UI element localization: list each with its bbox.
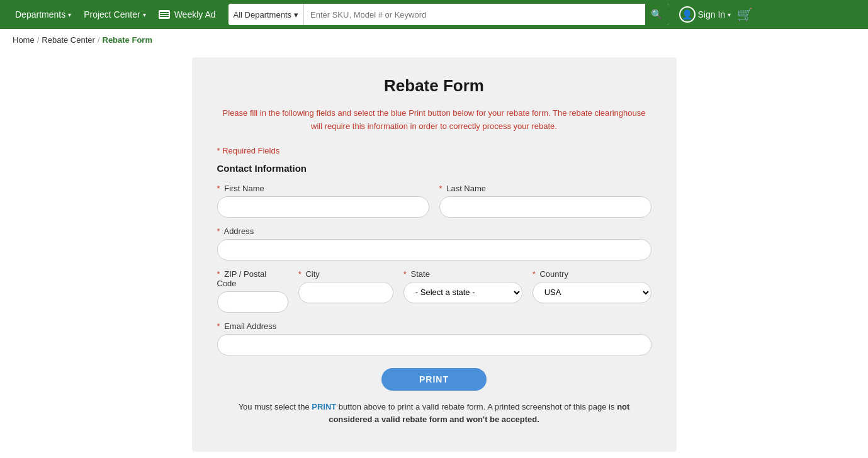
search-input[interactable] [304,4,645,25]
search-dept-label: All Departments [234,10,291,20]
required-asterisk: * Required Fields [217,146,280,155]
zip-group: * ZIP / Postal Code [217,269,288,313]
search-dept-chevron-icon: ▾ [294,10,298,20]
departments-chevron-icon: ▾ [68,11,71,18]
address-input[interactable] [217,239,651,260]
country-group: * Country USA Canada Mexico [533,269,651,313]
header: Departments ▾ Project Center ▾ Weekly Ad… [0,0,868,29]
project-center-nav[interactable]: Project Center ▾ [79,9,150,20]
zip-label: * ZIP / Postal Code [217,269,288,288]
weekly-ad-icon [159,10,170,19]
email-group: * Email Address [217,321,651,355]
email-label: * Email Address [217,321,651,331]
last-name-input[interactable] [439,196,651,218]
sign-in-button[interactable]: Sign In ▾ [698,9,731,20]
form-instructions: Please fill in the following fields and … [217,107,651,133]
form-title: Rebate Form [217,76,651,96]
print-note-not-valid: not considered a valid rebate form and w… [329,402,629,425]
email-input[interactable] [217,334,651,355]
breadcrumb-rebate-center[interactable]: Rebate Center [42,35,95,45]
search-button[interactable]: 🔍 [645,4,669,25]
name-row: * First Name * Last Name [217,184,651,218]
sign-in-chevron-icon: ▾ [728,11,731,18]
city-group: * City [298,269,393,313]
user-icon: 👤 [679,6,696,23]
city-label: * City [298,269,393,279]
header-right: 👤 Sign In ▾ 🛒 [679,6,753,23]
print-note: You must select the PRINT button above t… [217,401,651,427]
project-center-chevron-icon: ▾ [143,11,146,18]
zip-input[interactable] [217,291,288,313]
breadcrumb: Home / Rebate Center / Rebate Form [0,29,868,51]
required-note: * Required Fields [217,146,651,155]
address-group: * Address [217,226,651,260]
form-container: Rebate Form Please fill in the following… [192,57,677,452]
last-name-group: * Last Name [439,184,651,218]
country-label: * Country [533,269,651,279]
first-name-group: * First Name [217,184,429,218]
state-group: * State - Select a state - Alabama Alask… [403,269,522,313]
city-input[interactable] [298,282,393,303]
address-row: * Address [217,226,651,260]
search-icon: 🔍 [651,9,663,20]
first-name-label: * First Name [217,184,429,193]
first-name-input[interactable] [217,196,429,218]
cart-icon[interactable]: 🛒 [737,7,753,22]
location-row: * ZIP / Postal Code * City * State - Sel… [217,269,651,313]
state-label: * State [403,269,522,279]
country-select[interactable]: USA Canada Mexico [533,282,651,303]
search-department-dropdown[interactable]: All Departments ▾ [228,4,304,25]
last-name-label: * Last Name [439,184,651,193]
weekly-ad-label: Weekly Ad [174,9,216,20]
section-title: Contact Information [217,163,651,174]
search-bar: All Departments ▾ 🔍 [228,4,669,25]
project-center-label: Project Center [84,9,140,20]
sign-in-label: Sign In [698,9,726,20]
address-label: * Address [217,226,651,236]
weekly-ad-nav[interactable]: Weekly Ad [154,9,221,20]
breadcrumb-sep-2: / [98,35,100,45]
print-button[interactable]: PRINT [381,368,487,391]
departments-label: Departments [15,9,65,20]
email-row: * Email Address [217,321,651,355]
breadcrumb-current: Rebate Form [103,35,152,45]
breadcrumb-sep-1: / [37,35,40,45]
state-select[interactable]: - Select a state - Alabama Alaska Arizon… [403,282,522,303]
departments-nav[interactable]: Departments ▾ [10,9,76,20]
breadcrumb-home[interactable]: Home [13,35,35,45]
print-note-blue-text: PRINT [312,402,336,411]
